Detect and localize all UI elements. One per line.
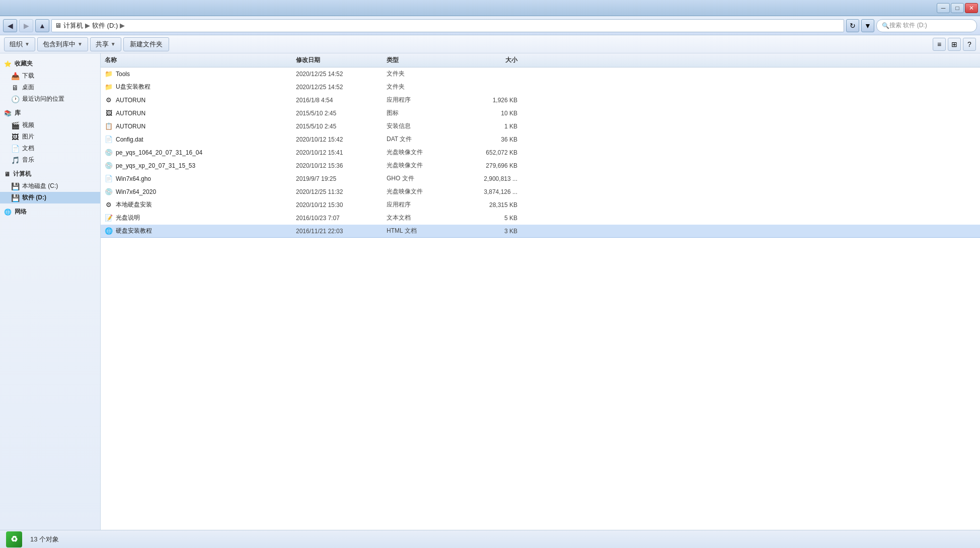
file-name: pe_yqs_1064_20_07_31_16_04 [116, 149, 202, 156]
network-header-icon: 🌐 [4, 209, 12, 216]
sidebar-item-recent[interactable]: 🕐 最近访问的位置 [0, 93, 100, 105]
window-controls: ─ □ ✕ [937, 3, 978, 13]
file-name-cell: 📄 Win7x64.gho [105, 175, 296, 183]
file-name: 光盘说明 [116, 214, 140, 222]
column-headers: 名称 修改日期 类型 大小 [101, 53, 980, 67]
help-button[interactable]: ? [963, 38, 976, 51]
organize-dropdown-icon: ▼ [25, 41, 30, 47]
file-date-cell: 2020/12/25 14:52 [296, 71, 387, 78]
drive-d-label: 软件 (D:) [22, 193, 46, 202]
view-options-button[interactable]: ≡ [933, 38, 946, 51]
table-row[interactable]: ⚙ 本地硬盘安装 2020/10/12 15:30 应用程序 28,315 KB [101, 198, 980, 212]
search-box[interactable]: 🔍 搜索 软件 (D:) [876, 19, 977, 32]
view-icon: ≡ [937, 40, 941, 48]
recent-icon: 🕐 [11, 95, 19, 103]
file-type-cell: 文件夹 [387, 70, 457, 78]
table-row[interactable]: 📝 光盘说明 2016/10/23 7:07 文本文档 5 KB [101, 212, 980, 225]
forward-button[interactable]: ▶ [19, 19, 33, 32]
file-name: Tools [116, 71, 130, 78]
up-button[interactable]: ▲ [35, 19, 49, 32]
help-icon: ? [967, 40, 971, 48]
refresh-button[interactable]: ↻ [846, 19, 859, 32]
file-date-cell: 2016/10/23 7:07 [296, 215, 387, 222]
minimize-button[interactable]: ─ [937, 3, 950, 13]
file-name-cell: 📝 光盘说明 [105, 214, 296, 222]
sidebar-item-document[interactable]: 📄 文档 [0, 143, 100, 154]
file-name-cell: 💿 pe_yqs_1064_20_07_31_16_04 [105, 149, 296, 157]
sidebar-item-downloads[interactable]: 📥 下载 [0, 70, 100, 82]
table-row[interactable]: 📁 U盘安装教程 2020/12/25 14:52 文件夹 [101, 81, 980, 94]
table-row[interactable]: 🖼 AUTORUN 2015/5/10 2:45 图标 10 KB [101, 107, 980, 120]
path-drive-d: 软件 (D:) [92, 21, 118, 30]
computer-header: 🖥 计算机 [0, 168, 100, 180]
file-name-cell: 📁 Tools [105, 70, 296, 78]
maximize-button[interactable]: □ [951, 3, 964, 13]
table-row[interactable]: 📄 Config.dat 2020/10/12 15:42 DAT 文件 36 … [101, 133, 980, 146]
table-row[interactable]: 🌐 硬盘安装教程 2016/11/21 22:03 HTML 文档 3 KB [101, 225, 980, 238]
file-type-cell: 安装信息 [387, 122, 457, 130]
col-header-type[interactable]: 类型 [387, 56, 457, 64]
view-toggle-button[interactable]: ⊞ [948, 38, 961, 51]
close-button[interactable]: ✕ [965, 3, 978, 13]
file-name-cell: ⚙ 本地硬盘安装 [105, 200, 296, 209]
table-row[interactable]: 📁 Tools 2020/12/25 14:52 文件夹 [101, 67, 980, 81]
file-type-cell: DAT 文件 [387, 135, 457, 144]
back-button[interactable]: ◀ [3, 19, 17, 32]
include-library-button[interactable]: 包含到库中 ▼ [37, 37, 88, 51]
include-dropdown-icon: ▼ [78, 41, 83, 47]
file-type-cell: 应用程序 [387, 200, 457, 209]
include-label: 包含到库中 [43, 40, 76, 49]
sidebar-item-music[interactable]: 🎵 音乐 [0, 154, 100, 166]
library-icon: 📚 [4, 110, 12, 117]
title-bar: ─ □ ✕ [0, 0, 980, 16]
file-type-icon: 📋 [105, 122, 113, 130]
file-date-cell: 2019/9/7 19:25 [296, 175, 387, 182]
file-name: AUTORUN [116, 97, 145, 104]
file-name: Config.dat [116, 136, 143, 143]
new-folder-button[interactable]: 新建文件夹 [123, 37, 169, 51]
col-header-name[interactable]: 名称 [105, 56, 296, 64]
table-row[interactable]: 💿 pe_yqs_xp_20_07_31_15_53 2020/10/12 15… [101, 159, 980, 172]
sidebar-item-image[interactable]: 🖼 图片 [0, 131, 100, 143]
file-type-icon: 📄 [105, 175, 113, 183]
table-row[interactable]: ⚙ AUTORUN 2016/1/8 4:54 应用程序 1,926 KB [101, 94, 980, 107]
file-name-cell: 💿 Win7x64_2020 [105, 188, 296, 196]
computer-section: 🖥 计算机 💾 本地磁盘 (C:) 💾 软件 (D:) [0, 168, 100, 203]
table-row[interactable]: 📄 Win7x64.gho 2019/9/7 19:25 GHO 文件 2,90… [101, 172, 980, 185]
file-name: 本地硬盘安装 [116, 200, 152, 209]
sidebar-item-desktop[interactable]: 🖥 桌面 [0, 82, 100, 93]
expand-button[interactable]: ▼ [861, 19, 874, 32]
table-row[interactable]: 💿 Win7x64_2020 2020/12/25 11:32 光盘映像文件 3… [101, 185, 980, 198]
address-path[interactable]: 🖥 计算机 ▶ 软件 (D:) ▶ [51, 19, 844, 32]
favorites-header: ⭐ 收藏夹 [0, 57, 100, 70]
file-name: U盘安装教程 [116, 83, 150, 91]
document-label: 文档 [22, 144, 34, 153]
favorites-section: ⭐ 收藏夹 📥 下载 🖥 桌面 🕐 最近访问的位置 [0, 57, 100, 105]
file-type-cell: 文本文档 [387, 214, 457, 222]
share-label: 共享 [96, 40, 109, 49]
sidebar-item-drive-d[interactable]: 💾 软件 (D:) [0, 192, 100, 203]
computer-header-label: 计算机 [13, 170, 31, 178]
col-header-size[interactable]: 大小 [457, 56, 517, 64]
organize-button[interactable]: 组织 ▼ [4, 37, 35, 51]
network-header-label: 网络 [15, 208, 27, 216]
file-type-cell: 应用程序 [387, 96, 457, 104]
image-label: 图片 [22, 132, 34, 141]
file-name: 硬盘安装教程 [116, 227, 152, 235]
drive-c-label: 本地磁盘 (C:) [22, 182, 58, 190]
file-type-icon: 📝 [105, 214, 113, 222]
sidebar-item-drive-c[interactable]: 💾 本地磁盘 (C:) [0, 180, 100, 192]
col-header-date[interactable]: 修改日期 [296, 56, 387, 64]
desktop-icon: 🖥 [11, 84, 19, 92]
table-row[interactable]: 💿 pe_yqs_1064_20_07_31_16_04 2020/10/12 … [101, 146, 980, 159]
file-name: AUTORUN [116, 110, 145, 117]
share-button[interactable]: 共享 ▼ [90, 37, 121, 51]
table-row[interactable]: 📋 AUTORUN 2015/5/10 2:45 安装信息 1 KB [101, 120, 980, 133]
sidebar-item-video[interactable]: 🎬 视频 [0, 119, 100, 131]
file-type-icon: 💿 [105, 162, 113, 170]
file-name: Win7x64_2020 [116, 188, 156, 195]
file-type-icon: 🌐 [105, 227, 113, 235]
file-type-cell: HTML 文档 [387, 227, 457, 235]
music-label: 音乐 [22, 156, 34, 164]
file-date-cell: 2020/12/25 14:52 [296, 84, 387, 91]
